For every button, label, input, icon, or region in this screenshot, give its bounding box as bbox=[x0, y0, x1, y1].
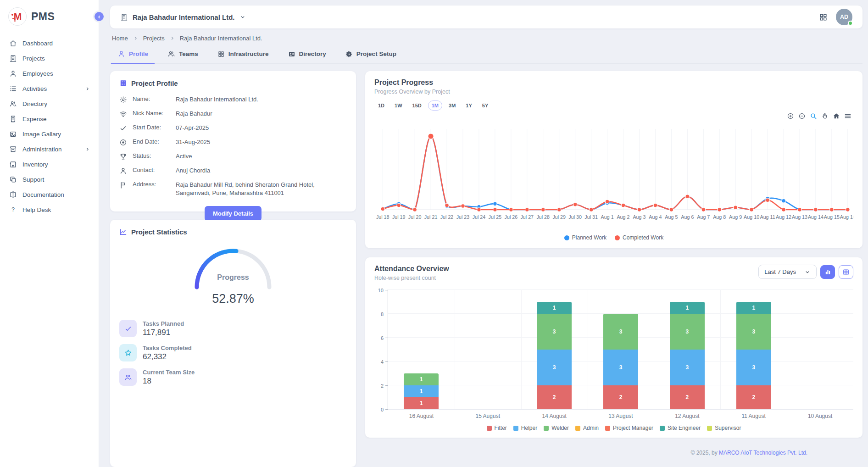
idcard-icon bbox=[288, 50, 295, 58]
bar-10-august[interactable] bbox=[787, 289, 853, 409]
bar-value-label: 3 bbox=[752, 328, 755, 335]
sidebar-collapse-button[interactable]: ‹ bbox=[93, 11, 105, 22]
legend-label: Site Engineer bbox=[668, 425, 701, 431]
legend-helper[interactable]: Helper bbox=[513, 425, 537, 431]
bar-value-label: 3 bbox=[752, 364, 755, 371]
tab-teams[interactable]: Teams bbox=[161, 45, 205, 64]
bar-segment-welder: 1 bbox=[404, 373, 439, 385]
tab-profile[interactable]: Profile bbox=[111, 45, 155, 64]
sidebar-item-support[interactable]: Support bbox=[3, 172, 96, 187]
list-icon bbox=[9, 85, 17, 93]
bar-15-august[interactable] bbox=[455, 289, 521, 409]
bar-16-august[interactable]: 111 bbox=[388, 289, 455, 409]
y-tick-label: 2 bbox=[381, 383, 384, 389]
svg-text:?: ? bbox=[11, 206, 15, 213]
sidebar-item-help-desk[interactable]: ?Help Desk bbox=[3, 202, 96, 217]
bar-value-label: 1 bbox=[553, 305, 556, 311]
bar-12-august[interactable]: 2331 bbox=[654, 289, 720, 409]
bar-segment-site-engineer: 1 bbox=[736, 302, 771, 314]
legend-welder[interactable]: Welder bbox=[544, 425, 569, 431]
legend-site-engineer[interactable]: Site Engineer bbox=[660, 425, 701, 431]
breadcrumb-item-home[interactable]: Home bbox=[112, 35, 128, 42]
field-label: End Date: bbox=[133, 138, 170, 145]
bar-14-august[interactable]: 2331 bbox=[521, 289, 588, 409]
sidebar-item-directory[interactable]: Directory bbox=[3, 96, 96, 111]
range-button-3m[interactable]: 3M bbox=[445, 100, 459, 111]
legend-supervisor[interactable]: Supervisor bbox=[707, 425, 741, 431]
person-icon bbox=[119, 167, 127, 175]
legend-marker bbox=[564, 235, 569, 240]
bar-segment-helper: 3 bbox=[670, 350, 705, 385]
breadcrumb-item-projects[interactable]: Projects bbox=[143, 35, 165, 42]
legend-label: Supervisor bbox=[715, 425, 741, 431]
sidebar-item-label: Administration bbox=[22, 146, 79, 153]
tab-infrastructure[interactable]: Infrastructure bbox=[211, 45, 275, 64]
bar-value-label: 2 bbox=[553, 394, 556, 400]
menu-icon[interactable] bbox=[844, 111, 851, 121]
date-range-select[interactable]: Last 7 Days bbox=[758, 265, 817, 279]
legend-admin[interactable]: Admin bbox=[575, 425, 599, 431]
sidebar-item-documentation[interactable]: Documentation bbox=[3, 187, 96, 202]
legend-marker bbox=[513, 426, 518, 431]
x-tick-label: 13 August bbox=[588, 413, 654, 419]
tab-project-setup[interactable]: Project Setup bbox=[339, 45, 403, 64]
bar-segment-fitter: 2 bbox=[537, 385, 572, 409]
org-switcher[interactable]: Raja Bahadur International Ltd. bbox=[120, 13, 246, 21]
bar-chart[interactable]: 0246810 111233123323312331 bbox=[374, 289, 853, 410]
apps-grid-icon[interactable] bbox=[819, 13, 828, 22]
range-button-1y[interactable]: 1Y bbox=[462, 100, 475, 111]
legend-planned-work[interactable]: Planned Work bbox=[564, 234, 606, 241]
range-button-1d[interactable]: 1D bbox=[374, 100, 388, 111]
header-actions: AD bbox=[819, 9, 852, 25]
zoom-out-icon[interactable] bbox=[798, 111, 806, 121]
chevron-right-icon bbox=[133, 35, 139, 41]
sidebar-item-employees[interactable]: Employees bbox=[3, 66, 96, 81]
table-view-button[interactable] bbox=[839, 265, 853, 279]
legend-completed-work[interactable]: Completed Work bbox=[615, 234, 663, 241]
building-icon bbox=[120, 13, 128, 21]
line-chart[interactable]: Jul 18Jul 19Jul 20Jul 21Jul 22Jul 23Jul … bbox=[374, 121, 853, 234]
sidebar-item-image-gallary[interactable]: Image Gallary bbox=[3, 127, 96, 142]
range-button-15d[interactable]: 15D bbox=[409, 100, 425, 111]
bar-13-august[interactable]: 233 bbox=[588, 289, 654, 409]
sidebar-item-activities[interactable]: Activities bbox=[3, 81, 96, 96]
sidebar-item-administration[interactable]: Administration bbox=[3, 142, 96, 157]
legend-fitter[interactable]: Fitter bbox=[487, 425, 507, 431]
bar-chart-view-button[interactable] bbox=[820, 265, 835, 279]
pan-icon[interactable] bbox=[821, 111, 829, 121]
y-tick-label: 10 bbox=[378, 288, 384, 293]
bar-value-label: 2 bbox=[752, 394, 755, 400]
sidebar-item-projects[interactable]: Projects bbox=[3, 51, 96, 66]
selection-zoom-icon[interactable] bbox=[810, 111, 817, 121]
sidebar-item-dashboard[interactable]: Dashboard bbox=[3, 36, 96, 51]
reset-home-icon[interactable] bbox=[833, 111, 840, 121]
bar-segment-welder: 3 bbox=[537, 314, 572, 350]
range-button-1w[interactable]: 1W bbox=[391, 100, 406, 111]
x-tick-label: 10 August bbox=[787, 413, 853, 419]
y-tick-label: 6 bbox=[381, 335, 384, 341]
modify-details-button[interactable]: Modify Details bbox=[205, 206, 262, 221]
user-avatar[interactable]: AD bbox=[836, 9, 852, 25]
stat-tasks-planned: Tasks Planned117,891 bbox=[119, 320, 347, 337]
chevron-right-icon bbox=[84, 146, 90, 152]
y-tick-label: 8 bbox=[381, 311, 384, 317]
sidebar-item-inventory[interactable]: Inventory bbox=[3, 157, 96, 172]
legend-label: Fitter bbox=[495, 425, 507, 431]
sidebar-item-expense[interactable]: Expense bbox=[3, 111, 96, 127]
attendance-yaxis: 0246810 bbox=[374, 289, 388, 410]
project-profile-card: Project Profile Name:Raja Bahadur Intern… bbox=[110, 71, 356, 211]
zoom-in-icon[interactable] bbox=[787, 111, 794, 121]
svg-text:Aug 2: Aug 2 bbox=[617, 214, 629, 220]
tab-directory[interactable]: Directory bbox=[282, 45, 333, 64]
footer-company-link[interactable]: MARCO AIoT Technologies Pvt. Ltd. bbox=[719, 450, 807, 456]
range-button-1m[interactable]: 1M bbox=[428, 100, 442, 111]
svg-text:Progress: Progress bbox=[217, 273, 249, 281]
field-value: 31-Aug-2025 bbox=[176, 138, 210, 146]
svg-text:Jul 21: Jul 21 bbox=[424, 214, 438, 220]
logo[interactable]: M PMS bbox=[0, 5, 99, 32]
project-statistics-card: Project Statistics Progress 52.87% Tasks… bbox=[110, 220, 356, 467]
legend-project-manager[interactable]: Project Manager bbox=[605, 425, 653, 431]
svg-text:Aug 10: Aug 10 bbox=[744, 214, 759, 220]
range-button-5y[interactable]: 5Y bbox=[479, 100, 492, 111]
bar-11-august[interactable]: 2331 bbox=[720, 289, 787, 409]
